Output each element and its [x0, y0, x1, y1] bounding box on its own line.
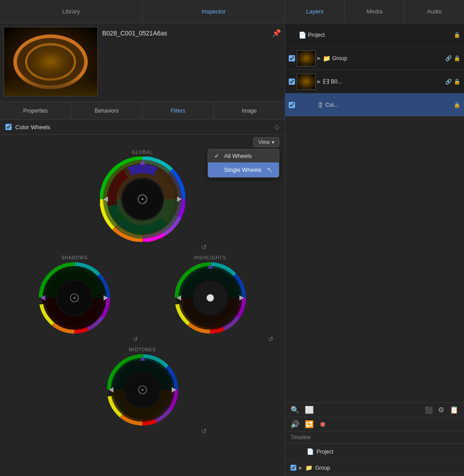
midtones-wheel-reset[interactable]: ↺	[201, 428, 209, 435]
highlights-wheel-reset[interactable]: ↺	[268, 336, 276, 343]
checkerboard-icon[interactable]: ⬛	[425, 406, 433, 414]
svg-point-36	[74, 297, 75, 299]
right-top-tabs: Layers Media Audio	[285, 0, 464, 23]
tl-project-name: Project	[317, 449, 333, 455]
layer-row-colorwheels[interactable]: 🎛 Col... 🔒	[285, 93, 464, 117]
svg-point-53	[207, 294, 214, 301]
group-icon: 📁	[323, 55, 330, 62]
group-arrow: ▶	[317, 56, 321, 61]
loop-icon[interactable]: 🔁	[305, 420, 314, 428]
grid-toolbar-icon[interactable]: ⬜	[305, 406, 314, 414]
wheel-midtones-label: MIDTONES	[129, 347, 156, 352]
shadows-wheel-svg	[39, 262, 110, 334]
layer-thumb-group	[297, 50, 316, 66]
view-button[interactable]: View ▾	[253, 137, 279, 147]
view-row: View ▾ ✓ All Wheels Single Wheels ↖	[0, 135, 285, 150]
layers-content: 📄 Project 🔒 ▶ 📁 Group 🔗 🔒 ▶ 🎞 B0...	[285, 23, 464, 476]
tab-library[interactable]: Library	[0, 0, 143, 23]
tab-layers[interactable]: Layers	[285, 0, 345, 23]
highlights-wheel-svg	[174, 262, 246, 334]
layers-bottom: 🔍 ⬜ ⬛ ⚙ 📋 🔊 🔁 ⏺ Timeline 📄 Project	[285, 402, 464, 476]
col-icon: 🎛	[317, 101, 324, 109]
view-dropdown: ✓ All Wheels Single Wheels ↖	[208, 149, 279, 178]
gear-toolbar-icon[interactable]: ⚙	[438, 406, 444, 414]
link-icon-clip: 🔗	[445, 79, 452, 85]
tab-image[interactable]: Image	[214, 102, 285, 119]
lock-icon-project: 🔒	[454, 32, 460, 38]
check-icon: ✓	[214, 153, 221, 159]
preview-title: B028_C001_0521A6as	[102, 30, 167, 37]
svg-point-71	[142, 389, 143, 391]
preview-title-row: B028_C001_0521A6as 📌	[102, 29, 281, 37]
audio-icon[interactable]: 🔊	[291, 420, 299, 428]
wheels-grid: GLOBAL	[0, 150, 285, 435]
layer-name-col: Col...	[325, 102, 452, 108]
global-wheel-svg	[100, 157, 185, 242]
search-toolbar-icon[interactable]: 🔍	[291, 406, 299, 414]
left-panel: Library Inspector B028_C001_0521A6as 📌 P…	[0, 0, 285, 476]
clip-icon: 🎞	[323, 78, 329, 85]
layer-row-project[interactable]: 📄 Project 🔒	[285, 23, 464, 47]
top-tabs-left: Library Inspector	[0, 0, 285, 23]
dropdown-single-wheels[interactable]: Single Wheels ↖	[208, 162, 279, 177]
project-icon: 📄	[299, 31, 306, 39]
layer-thumb-clip	[297, 74, 316, 90]
layer-name-project: Project	[308, 32, 452, 38]
layer-checkbox-clip[interactable]	[289, 79, 295, 85]
timeline-row-project[interactable]: 📄 Project	[285, 444, 464, 460]
bottom-toolbar-row-2: 🔊 🔁 ⏺	[285, 417, 464, 432]
svg-point-18	[142, 198, 143, 200]
view-button-label: View	[258, 139, 270, 145]
color-wheels-checkbox[interactable]	[5, 124, 12, 130]
tl-project-icon: 📄	[307, 448, 314, 455]
shadows-wheel-container[interactable]	[39, 262, 110, 334]
dropdown-item-label-0: All Wheels	[224, 153, 252, 159]
midtones-wheel-svg	[107, 354, 178, 426]
shadows-wheel-reset[interactable]: ↺	[133, 336, 140, 343]
layer-row-clip[interactable]: ▶ 🎞 B0... 🔗 🔒	[285, 70, 464, 93]
preview-thumbnail	[4, 27, 98, 96]
midtones-wheel-container[interactable]	[107, 354, 178, 426]
lock-icon-clip: 🔒	[454, 79, 460, 85]
lock-icon-group: 🔒	[454, 55, 460, 61]
preview-info: B028_C001_0521A6as 📌	[102, 27, 281, 37]
dropdown-all-wheels[interactable]: ✓ All Wheels	[208, 149, 279, 162]
tab-media[interactable]: Media	[345, 0, 404, 23]
layers-spacer	[285, 117, 464, 402]
tl-group-icon: 📁	[305, 464, 312, 471]
tunnel-image	[4, 27, 97, 96]
timeline-row-group[interactable]: ▶ 📁 Group	[285, 460, 464, 476]
tl-group-checkbox[interactable]	[291, 465, 296, 471]
wheel-midtones: MIDTONES	[76, 347, 209, 435]
tl-group-name: Group	[315, 465, 330, 471]
layers-list-icon[interactable]: 📋	[450, 406, 459, 414]
layer-row-group[interactable]: ▶ 📁 Group 🔗 🔒	[285, 47, 464, 70]
layer-name-clip: B0...	[331, 79, 443, 85]
view-chevron: ▾	[272, 139, 274, 145]
dropdown-item-label-1: Single Wheels	[224, 166, 261, 173]
right-panel: Layers Media Audio 📄 Project 🔒 ▶ 📁 Group…	[285, 0, 464, 476]
record-icon[interactable]: ⏺	[319, 420, 326, 428]
cursor-icon: ↖	[267, 166, 273, 174]
highlights-wheel-container[interactable]	[174, 262, 246, 334]
tab-properties[interactable]: Properties	[0, 102, 71, 119]
tab-behaviors[interactable]: Behaviors	[71, 102, 143, 119]
global-wheel-reset[interactable]: ↺	[201, 244, 209, 251]
tl-group-arrow: ▶	[299, 465, 303, 470]
thumb-tunnel-clip	[297, 74, 315, 89]
tab-filters[interactable]: Filters	[143, 102, 214, 119]
layer-checkbox-group[interactable]	[289, 55, 295, 61]
pin-icon[interactable]: 📌	[272, 29, 281, 37]
layer-name-group: Group	[332, 55, 443, 61]
thumb-tunnel-group	[297, 51, 315, 66]
preview-area: B028_C001_0521A6as 📌	[0, 23, 285, 102]
global-wheel-container[interactable]	[100, 157, 185, 242]
tunnel-floor	[4, 75, 97, 96]
color-wheels-title: Color Wheels	[15, 124, 271, 131]
wheel-shadows: SHADOWS	[9, 255, 140, 343]
diamond-icon: ◇	[274, 123, 279, 131]
layer-checkbox-col[interactable]	[289, 102, 295, 108]
tab-audio[interactable]: Audio	[405, 0, 464, 23]
wheel-highlights-label: HIGHLIGHTS	[194, 255, 226, 260]
tab-inspector[interactable]: Inspector	[143, 0, 285, 23]
